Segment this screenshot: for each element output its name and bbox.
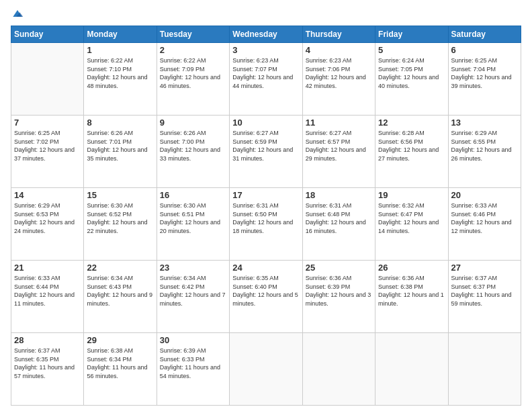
day-number: 18: [306, 190, 372, 200]
calendar-cell: 26Sunrise: 6:36 AMSunset: 6:38 PMDayligh…: [375, 261, 448, 333]
calendar-week-row: 7Sunrise: 6:25 AMSunset: 7:02 PMDaylight…: [11, 116, 521, 188]
calendar-cell: 12Sunrise: 6:28 AMSunset: 6:56 PMDayligh…: [375, 116, 448, 188]
calendar-cell: 17Sunrise: 6:31 AMSunset: 6:50 PMDayligh…: [230, 188, 302, 261]
day-number: 9: [160, 118, 226, 128]
calendar-cell: 10Sunrise: 6:27 AMSunset: 6:59 PMDayligh…: [230, 116, 302, 188]
day-number: 12: [378, 118, 445, 128]
calendar-header-row: SundayMondayTuesdayWednesdayThursdayFrid…: [11, 26, 521, 43]
calendar-cell: 16Sunrise: 6:30 AMSunset: 6:51 PMDayligh…: [157, 188, 229, 261]
day-info: Sunrise: 6:27 AMSunset: 6:57 PMDaylight:…: [306, 129, 372, 163]
calendar-cell: 11Sunrise: 6:27 AMSunset: 6:57 PMDayligh…: [302, 116, 375, 188]
weekday-header: Saturday: [448, 26, 521, 43]
calendar-cell: 29Sunrise: 6:38 AMSunset: 6:34 PMDayligh…: [84, 333, 157, 406]
day-number: 5: [378, 45, 445, 55]
day-info: Sunrise: 6:36 AMSunset: 6:38 PMDaylight:…: [378, 274, 445, 308]
weekday-header: Sunday: [11, 26, 84, 43]
day-info: Sunrise: 6:26 AMSunset: 7:01 PMDaylight:…: [87, 129, 153, 163]
calendar-table: SundayMondayTuesdayWednesdayThursdayFrid…: [11, 26, 521, 406]
day-info: Sunrise: 6:33 AMSunset: 6:46 PMDaylight:…: [451, 201, 518, 235]
calendar-cell: 14Sunrise: 6:29 AMSunset: 6:53 PMDayligh…: [11, 188, 84, 261]
calendar-week-row: 28Sunrise: 6:37 AMSunset: 6:35 PMDayligh…: [11, 333, 521, 406]
day-number: 16: [160, 190, 226, 200]
day-number: 14: [14, 190, 81, 200]
day-number: 15: [87, 190, 153, 200]
calendar-cell: 15Sunrise: 6:30 AMSunset: 6:52 PMDayligh…: [84, 188, 157, 261]
calendar-cell: 19Sunrise: 6:32 AMSunset: 6:47 PMDayligh…: [375, 188, 448, 261]
weekday-header: Tuesday: [157, 26, 229, 43]
day-info: Sunrise: 6:22 AMSunset: 7:09 PMDaylight:…: [160, 56, 226, 90]
day-number: 29: [87, 335, 153, 345]
calendar-cell: 4Sunrise: 6:23 AMSunset: 7:06 PMDaylight…: [302, 43, 375, 116]
day-info: Sunrise: 6:35 AMSunset: 6:40 PMDaylight:…: [232, 274, 299, 308]
calendar-cell: 13Sunrise: 6:29 AMSunset: 6:55 PMDayligh…: [448, 116, 521, 188]
logo-icon: [11, 7, 24, 20]
day-number: 2: [160, 45, 226, 55]
calendar-cell: 28Sunrise: 6:37 AMSunset: 6:35 PMDayligh…: [11, 333, 84, 406]
calendar-cell: 9Sunrise: 6:26 AMSunset: 7:00 PMDaylight…: [157, 116, 229, 188]
day-info: Sunrise: 6:29 AMSunset: 6:53 PMDaylight:…: [14, 201, 81, 235]
day-info: Sunrise: 6:23 AMSunset: 7:06 PMDaylight:…: [306, 56, 372, 90]
day-info: Sunrise: 6:25 AMSunset: 7:02 PMDaylight:…: [14, 129, 81, 163]
day-number: 22: [87, 263, 153, 273]
day-number: 11: [306, 118, 372, 128]
day-number: 21: [14, 263, 81, 273]
calendar-cell: 30Sunrise: 6:39 AMSunset: 6:33 PMDayligh…: [157, 333, 229, 406]
calendar-cell: 8Sunrise: 6:26 AMSunset: 7:01 PMDaylight…: [84, 116, 157, 188]
day-info: Sunrise: 6:31 AMSunset: 6:50 PMDaylight:…: [232, 201, 299, 235]
day-info: Sunrise: 6:24 AMSunset: 7:05 PMDaylight:…: [378, 56, 445, 90]
day-number: 17: [232, 190, 299, 200]
day-info: Sunrise: 6:31 AMSunset: 6:48 PMDaylight:…: [306, 201, 372, 235]
day-info: Sunrise: 6:39 AMSunset: 6:33 PMDaylight:…: [160, 347, 226, 380]
day-info: Sunrise: 6:37 AMSunset: 6:35 PMDaylight:…: [14, 347, 81, 380]
day-number: 24: [232, 263, 299, 273]
calendar-cell: 21Sunrise: 6:33 AMSunset: 6:44 PMDayligh…: [11, 261, 84, 333]
calendar-cell: [302, 333, 375, 406]
weekday-header: Wednesday: [230, 26, 302, 43]
day-info: Sunrise: 6:25 AMSunset: 7:04 PMDaylight:…: [451, 56, 518, 90]
logo: [11, 8, 24, 20]
calendar-cell: 6Sunrise: 6:25 AMSunset: 7:04 PMDaylight…: [448, 43, 521, 116]
day-number: 4: [306, 45, 372, 55]
day-number: 10: [232, 118, 299, 128]
calendar-cell: 22Sunrise: 6:34 AMSunset: 6:43 PMDayligh…: [84, 261, 157, 333]
calendar-week-row: 1Sunrise: 6:22 AMSunset: 7:10 PMDaylight…: [11, 43, 521, 116]
header: [11, 8, 521, 20]
calendar-week-row: 21Sunrise: 6:33 AMSunset: 6:44 PMDayligh…: [11, 261, 521, 333]
day-info: Sunrise: 6:36 AMSunset: 6:39 PMDaylight:…: [306, 274, 372, 308]
page: SundayMondayTuesdayWednesdayThursdayFrid…: [0, 0, 532, 411]
day-number: 26: [378, 263, 445, 273]
day-number: 3: [232, 45, 299, 55]
day-info: Sunrise: 6:32 AMSunset: 6:47 PMDaylight:…: [378, 201, 445, 235]
day-number: 13: [451, 118, 518, 128]
calendar-cell: 18Sunrise: 6:31 AMSunset: 6:48 PMDayligh…: [302, 188, 375, 261]
weekday-header: Monday: [84, 26, 157, 43]
day-number: 19: [378, 190, 445, 200]
day-info: Sunrise: 6:27 AMSunset: 6:59 PMDaylight:…: [232, 129, 299, 163]
calendar-week-row: 14Sunrise: 6:29 AMSunset: 6:53 PMDayligh…: [11, 188, 521, 261]
weekday-header: Thursday: [302, 26, 375, 43]
day-info: Sunrise: 6:38 AMSunset: 6:34 PMDaylight:…: [87, 347, 153, 380]
calendar-cell: 1Sunrise: 6:22 AMSunset: 7:10 PMDaylight…: [84, 43, 157, 116]
calendar-cell: [448, 333, 521, 406]
day-number: 25: [306, 263, 372, 273]
day-info: Sunrise: 6:33 AMSunset: 6:44 PMDaylight:…: [14, 274, 81, 308]
day-info: Sunrise: 6:34 AMSunset: 6:42 PMDaylight:…: [160, 274, 226, 308]
calendar-cell: 7Sunrise: 6:25 AMSunset: 7:02 PMDaylight…: [11, 116, 84, 188]
calendar-cell: 24Sunrise: 6:35 AMSunset: 6:40 PMDayligh…: [230, 261, 302, 333]
calendar-cell: 20Sunrise: 6:33 AMSunset: 6:46 PMDayligh…: [448, 188, 521, 261]
day-info: Sunrise: 6:30 AMSunset: 6:51 PMDaylight:…: [160, 201, 226, 235]
day-number: 6: [451, 45, 518, 55]
calendar-cell: 23Sunrise: 6:34 AMSunset: 6:42 PMDayligh…: [157, 261, 229, 333]
day-info: Sunrise: 6:28 AMSunset: 6:56 PMDaylight:…: [378, 129, 445, 163]
calendar-cell: 25Sunrise: 6:36 AMSunset: 6:39 PMDayligh…: [302, 261, 375, 333]
calendar-cell: [230, 333, 302, 406]
day-info: Sunrise: 6:29 AMSunset: 6:55 PMDaylight:…: [451, 129, 518, 163]
day-info: Sunrise: 6:26 AMSunset: 7:00 PMDaylight:…: [160, 129, 226, 163]
calendar-cell: 2Sunrise: 6:22 AMSunset: 7:09 PMDaylight…: [157, 43, 229, 116]
day-number: 7: [14, 118, 81, 128]
day-number: 20: [451, 190, 518, 200]
day-number: 28: [14, 335, 81, 345]
day-info: Sunrise: 6:22 AMSunset: 7:10 PMDaylight:…: [87, 56, 153, 90]
calendar-cell: 5Sunrise: 6:24 AMSunset: 7:05 PMDaylight…: [375, 43, 448, 116]
calendar-cell: 27Sunrise: 6:37 AMSunset: 6:37 PMDayligh…: [448, 261, 521, 333]
